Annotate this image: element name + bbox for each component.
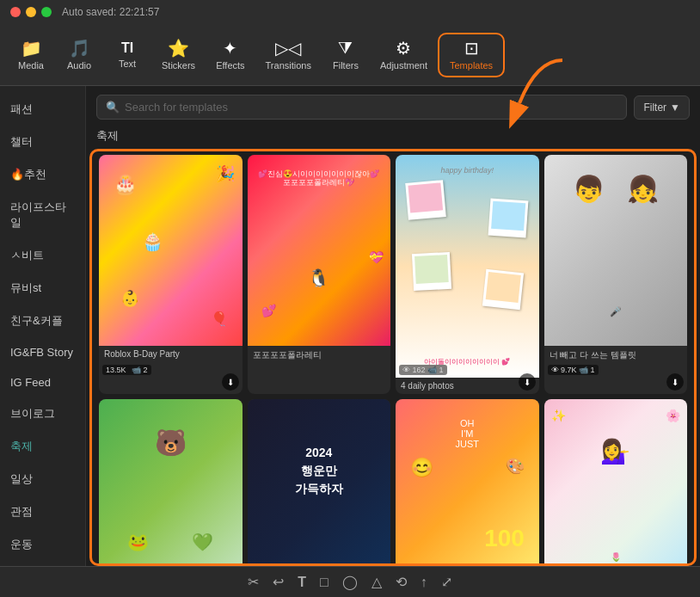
sidebar-item-view[interactable]: 관점: [0, 495, 85, 528]
filter-button[interactable]: Filter ▼: [634, 95, 690, 120]
template-card-2[interactable]: 💕진심😍시이이이이이이이잖아💕포포포포폴라레티💖 🐧 💕 💝 포포포포폴라레티: [248, 155, 391, 394]
toolbar-text[interactable]: TI Text: [103, 36, 151, 74]
card-views-3: 👁 162 📹 1: [399, 365, 447, 375]
sidebar-item-friends[interactable]: 친구&커플: [0, 305, 85, 337]
section-label: 축제: [86, 125, 700, 149]
sidebar-label-view: 관점: [10, 504, 33, 520]
template-card-4[interactable]: 👦 👧 🎤 👁 9.7K 📹 1 ⬇ 너 빼고 다 쓰는 템플릿: [544, 155, 688, 394]
effects-icon: ✦: [223, 40, 237, 57]
bottom-tool-up[interactable]: ↑: [421, 575, 427, 590]
sidebar-item-vibe[interactable]: ㅅ비트: [0, 239, 85, 272]
bottom-tool-text[interactable]: T: [298, 575, 306, 590]
card-thumb-3: happy birthday!: [396, 155, 539, 378]
sidebar-item-recommend[interactable]: 🔥추천: [0, 158, 85, 191]
template-card-6[interactable]: 2024행운만가득하자 🌸 👁 11.3K 📹 9 ⬇ 2024 행... 가득…: [248, 399, 391, 563]
search-input[interactable]: [125, 101, 617, 114]
card-thumb-6: 2024행운만가득하자 🌸: [248, 399, 391, 563]
template-card-7[interactable]: OHI'MJUST 100 😊 🎨 👁 1.2M 📹 4 ⬇ oh i: [396, 399, 539, 563]
transitions-label: Transitions: [266, 60, 311, 71]
bottom-tool-cut[interactable]: ✂: [248, 574, 259, 590]
template-card-8[interactable]: 🌸 ✨ 💁‍♀️ 🌷 👁 645.9K 📹 3 ⬇: [544, 399, 688, 563]
sidebar-label-filter2: 챌터: [10, 134, 33, 150]
search-input-wrap[interactable]: 🔍: [96, 95, 627, 120]
title-bar: Auto saved: 22:21:57: [0, 0, 700, 24]
sidebar-item-lifestyle[interactable]: 라이프스타일: [0, 191, 85, 239]
minimize-button[interactable]: [26, 7, 36, 17]
sidebar-label-fashion: 패션: [10, 102, 33, 117]
sidebar-label-daily: 일상: [10, 471, 33, 487]
card-views-text-3: 162: [413, 366, 426, 374]
bottom-tool-expand[interactable]: ⤢: [441, 574, 452, 590]
close-button[interactable]: [10, 7, 21, 17]
card-views-4: 👁 9.7K 📹 1: [548, 365, 599, 375]
card-views-text-4: 9.7K: [561, 366, 577, 374]
card-download-4[interactable]: ⬇: [666, 373, 684, 391]
bottom-tool-rect[interactable]: □: [320, 575, 329, 590]
adjustment-icon: ⚙: [396, 40, 411, 57]
card-download-1[interactable]: ⬇: [222, 373, 239, 391]
templates-grid-wrap: 🎂 🎉 👶 🎈 🧁 13.5K 📹 2 ⬇ Roblox B-Da: [92, 151, 694, 563]
sidebar-label-recommend: 🔥추천: [10, 167, 46, 182]
search-icon: 🔍: [106, 101, 120, 114]
card-views-icon-3: 👁: [402, 366, 410, 374]
sidebar-item-igfb[interactable]: IG&FB Story: [0, 337, 85, 367]
card-views-text-1: 13.5K: [106, 366, 126, 374]
templates-icon: ⊡: [464, 40, 479, 57]
sidebar-label-exercise: 운동: [10, 537, 33, 552]
sidebar-item-igfeed[interactable]: IG Feed: [0, 367, 85, 397]
filters-icon: ⧩: [338, 40, 353, 57]
audio-label: Audio: [67, 60, 91, 71]
toolbar-adjustment[interactable]: ⚙ Adjustment: [370, 34, 438, 76]
filters-label: Filters: [333, 60, 359, 71]
card-label-2: 포포포포폴라레티: [248, 346, 391, 365]
toolbar-stickers[interactable]: ⭐ Stickers: [151, 34, 206, 76]
toolbar-templates[interactable]: ⊡ Templates: [438, 33, 505, 77]
sidebar-item-fashion[interactable]: 패션: [0, 93, 85, 126]
main-area: 패션 챌터 🔥추천 라이프스타일 ㅅ비트 뮤비st 친구&커플 IG&FB St…: [0, 86, 700, 566]
template-card-1[interactable]: 🎂 🎉 👶 🎈 🧁 13.5K 📹 2 ⬇ Roblox B-Da: [99, 155, 243, 394]
effects-label: Effects: [216, 60, 244, 71]
sidebar-label-igfb: IG&FB Story: [10, 346, 73, 359]
toolbar: 📁 Media 🎵 Audio TI Text ⭐ Stickers ✦ Eff…: [0, 24, 700, 86]
sidebar-label-movie: 뮤비st: [10, 280, 41, 296]
bottom-toolbar: ✂ ↩ T □ ◯ △ ⟲ ↑ ⤢: [0, 566, 700, 597]
bottom-tool-triangle[interactable]: △: [371, 574, 382, 590]
sidebar: 패션 챌터 🔥추천 라이프스타일 ㅅ비트 뮤비st 친구&커플 IG&FB St…: [0, 86, 86, 566]
sidebar-item-daily[interactable]: 일상: [0, 463, 85, 495]
toolbar-effects[interactable]: ✦ Effects: [206, 34, 255, 76]
card-thumb-1: 🎂 🎉 👶 🎈 🧁: [99, 155, 243, 346]
sidebar-label-friends: 친구&커플: [10, 313, 63, 329]
sidebar-item-blog[interactable]: 브이로그: [0, 397, 85, 430]
card-thumb-5: 🐻 🐸 💚: [99, 399, 243, 563]
bottom-tool-rotate[interactable]: ⟲: [396, 574, 407, 590]
stickers-label: Stickers: [162, 60, 195, 71]
sidebar-item-filter2[interactable]: 챌터: [0, 126, 85, 158]
toolbar-transitions[interactable]: ▷◁ Transitions: [255, 34, 322, 76]
filter-icon: ▼: [670, 102, 680, 114]
toolbar-filters[interactable]: ⧩ Filters: [322, 34, 370, 76]
template-card-3[interactable]: happy birthday!: [396, 155, 539, 394]
sidebar-item-exercise[interactable]: 운동: [0, 528, 85, 561]
highlighted-templates-area: 🎂 🎉 👶 🎈 🧁 13.5K 📹 2 ⬇ Roblox B-Da: [89, 149, 697, 566]
card-download-3[interactable]: ⬇: [519, 373, 536, 391]
toolbar-audio[interactable]: 🎵 Audio: [55, 34, 103, 76]
sidebar-label-lifestyle: 라이프스타일: [10, 200, 75, 231]
bottom-tool-circle[interactable]: ◯: [342, 574, 358, 590]
sidebar-item-movie[interactable]: 뮤비st: [0, 272, 85, 305]
search-area: 🔍 Filter ▼: [86, 86, 700, 125]
sidebar-item-festival[interactable]: 축제: [0, 430, 85, 463]
audio-icon: 🎵: [69, 40, 90, 57]
transitions-icon: ▷◁: [275, 40, 301, 57]
sidebar-label-vibe: ㅅ비트: [10, 248, 44, 263]
filter-label: Filter: [643, 102, 666, 114]
card-thumb-2: 💕진심😍시이이이이이이이잖아💕포포포포폴라레티💖 🐧 💕 💝: [248, 155, 391, 346]
toolbar-media[interactable]: 📁 Media: [7, 34, 55, 76]
sidebar-label-festival: 축제: [10, 439, 33, 454]
bottom-tool-undo[interactable]: ↩: [273, 574, 284, 590]
card-label-1: Roblox B-Day Party: [99, 346, 243, 362]
text-label: Text: [119, 58, 136, 69]
card-thumb-8: 🌸 ✨ 💁‍♀️ 🌷: [544, 399, 688, 563]
maximize-button[interactable]: [41, 7, 52, 17]
template-card-5[interactable]: 🐻 🐸 💚 👁 13.5K 📹 2 ⬇ 퍼~엉 퍼~엉 돈을 씁니다: [99, 399, 243, 563]
card-views-icon-4: 👁: [551, 366, 559, 374]
